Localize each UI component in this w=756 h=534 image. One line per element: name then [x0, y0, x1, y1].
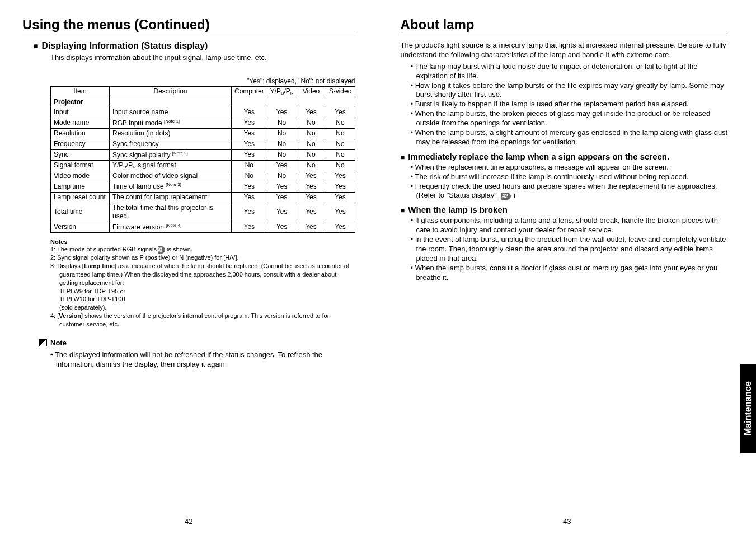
notes-label: Notes [22, 238, 355, 245]
list-item: The lamp may burst with a loud noise due… [411, 62, 729, 81]
th-ypbpr: Y/PB/PR [267, 87, 297, 97]
table-row: Video modeColor method of video signalNo… [51, 171, 355, 181]
lamp-bullets-1: The lamp may burst with a loud noise due… [401, 62, 729, 147]
table-row: Lamp timeTime of lamp use [Note 3]YesYes… [51, 181, 355, 193]
right-page: About lamp The product's light source is… [378, 0, 757, 534]
page-ref-42: p.42 [501, 193, 511, 200]
replace-lamp-heading: Immediately replace the lamp when a sign… [401, 152, 729, 161]
status-display-heading-text: Displaying Information (Status display) [41, 41, 208, 51]
table-row: Mode nameRGB input mode [Note 1]YesNoNoN… [51, 118, 355, 129]
table-row: Signal formatY/PB/PR signal formatNoYesN… [51, 161, 355, 171]
broken-lamp-heading: When the lamp is broken [401, 205, 729, 214]
note-3-line: TLPLW9 for TDP-T95 or [50, 287, 355, 296]
notes-list: 1: The mode of supported RGB signals p.5… [22, 245, 355, 328]
note-box-label: Note [22, 339, 355, 347]
status-display-heading: Displaying Information (Status display) [22, 41, 355, 51]
list-item: In the event of lamp burst, unplug the p… [411, 235, 729, 264]
table-section-row: Projector [51, 97, 355, 107]
list-item: The risk of burst will increase if the l… [411, 172, 729, 182]
title-rule [22, 34, 355, 34]
list-item: Burst is likely to happen if the lamp is… [411, 100, 729, 109]
note-box-text: • The displayed information will not be … [22, 350, 355, 369]
list-item: When the lamp bursts, the broken pieces … [411, 109, 729, 128]
page-number-left: 42 [185, 517, 192, 526]
list-item: If glass components, including a lamp an… [411, 216, 729, 235]
note-4: 4: [Version] shows the version of the pr… [50, 312, 355, 329]
table-header-row: Item Description Computer Y/PB/PR Video … [51, 87, 355, 97]
th-item: Item [51, 87, 110, 97]
lamp-bullets-2: When the replacement time approaches, a … [401, 163, 729, 201]
note-3: 3: Displays [Lamp time] as a measure of … [50, 262, 355, 287]
section-label: Projector [51, 97, 110, 107]
left-title: Using the menus (Continued) [22, 17, 355, 32]
note-2: 2: Sync signal polarity shown as P (posi… [50, 254, 355, 262]
list-item: When the replacement time approaches, a … [411, 163, 729, 172]
table-row: FrequencySync frequencyYesNoNoNo [51, 139, 355, 149]
table-row: InputInput source nameYesYesYesYes [51, 107, 355, 118]
list-item: How long it takes before the lamp bursts… [411, 81, 729, 100]
table-row: VersionFirmware version [Note 4]YesYesYe… [51, 222, 355, 233]
title-rule-right [401, 34, 729, 34]
th-video: Video [297, 87, 326, 97]
th-desc: Description [110, 87, 232, 97]
table-row: ResolutionResolution (in dots)YesNoNoNo [51, 129, 355, 139]
maintenance-tab: Maintenance [740, 364, 756, 453]
table-row: Total timeThe total time that this proje… [51, 203, 355, 222]
note-3-line: TLPLW10 for TDP-T100 [50, 295, 355, 303]
status-table: Item Description Computer Y/PB/PR Video … [50, 86, 355, 233]
lamp-bullets-3: If glass components, including a lamp an… [401, 216, 729, 282]
list-item: Frequently check the used hours and prep… [411, 182, 729, 201]
list-item: When the lamp bursts, a slight amount of… [411, 128, 729, 147]
table-row: Lamp reset countThe count for lamp repla… [51, 192, 355, 203]
page-ref-50: p.50 [158, 246, 165, 254]
left-page: Using the menus (Continued) Displaying I… [0, 0, 378, 534]
page-number-right: 43 [563, 517, 571, 526]
note-1: 1: The mode of supported RGB signals p.5… [50, 245, 355, 254]
table-row: SyncSync signal polarity [Note 2]YesNoNo… [51, 149, 355, 161]
right-title: About lamp [401, 17, 729, 32]
list-item: When the lamp bursts, consult a doctor i… [411, 264, 729, 283]
table-caption: "Yes": displayed, "No": not displayed [22, 77, 355, 85]
status-display-desc: This displays information about the inpu… [22, 53, 355, 62]
lamp-intro: The product's light source is a mercury … [401, 41, 729, 60]
th-svideo: S-video [326, 87, 355, 97]
th-computer: Computer [232, 87, 267, 97]
note-3-line: (sold separately). [50, 303, 355, 312]
